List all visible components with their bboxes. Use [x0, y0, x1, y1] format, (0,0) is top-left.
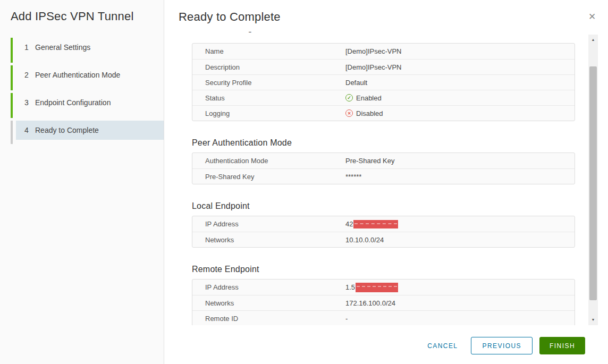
- step-label: Ready to Complete: [35, 126, 99, 134]
- vertical-scrollbar[interactable]: ▲ ▼: [588, 35, 598, 325]
- step-number: 4: [24, 126, 30, 134]
- close-icon[interactable]: ✕: [587, 12, 597, 22]
- section-heading-peer-authentication-mode: Peer Authentication Mode: [192, 138, 575, 148]
- row-label: IP Address: [192, 220, 345, 228]
- masked-key-value: ******: [345, 173, 361, 181]
- step-number: 1: [24, 43, 30, 52]
- row-label: Description: [192, 63, 345, 71]
- redaction-mark: [353, 220, 398, 228]
- wizard-footer: CANCEL PREVIOUS FINISH: [421, 337, 585, 354]
- row-label: Authentication Mode: [192, 157, 345, 165]
- status-text: Disabled: [356, 109, 383, 117]
- step-item-ready-to-complete[interactable]: 4 Ready to Complete: [0, 121, 164, 146]
- scroll-up-icon[interactable]: ▲: [588, 36, 598, 44]
- row-label: Remote ID: [192, 315, 345, 323]
- wizard-steps: 1 General Settings 2 Peer Authentication…: [0, 35, 164, 146]
- step-item-peer-authentication-mode[interactable]: 2 Peer Authentication Mode: [0, 65, 164, 90]
- step-number: 2: [24, 71, 30, 79]
- table-row: Authentication Mode Pre-Shared Key: [192, 153, 575, 168]
- previous-button[interactable]: PREVIOUS: [471, 337, 533, 354]
- row-value: Default: [345, 79, 367, 87]
- row-label: Networks: [192, 236, 345, 244]
- table-row: IP Address 42: [192, 216, 575, 232]
- general-settings-table: Name [Demo]IPsec-VPN Description [Demo]I…: [192, 43, 575, 121]
- wizard-sidebar: Add IPSec VPN Tunnel 1 General Settings …: [0, 0, 164, 364]
- row-label: IP Address: [192, 283, 345, 291]
- step-number: 3: [24, 98, 30, 107]
- step-label: Peer Authentication Mode: [35, 71, 120, 79]
- table-row: Pre-Shared Key ******: [192, 168, 575, 184]
- step-progress-bar: [11, 38, 13, 63]
- row-label: Logging: [192, 109, 345, 117]
- table-row: Security Profile Default: [192, 74, 575, 90]
- status-enabled-icon: ✓: [345, 94, 353, 101]
- table-row: Description [Demo]IPsec-VPN: [192, 59, 575, 74]
- table-row: Logging ✕ Disabled: [192, 105, 575, 121]
- section-heading-remote-endpoint: Remote Endpoint: [192, 265, 575, 274]
- scrollbar-thumb[interactable]: [589, 66, 597, 300]
- finish-button[interactable]: FINISH: [539, 337, 585, 354]
- row-label: Status: [192, 94, 345, 102]
- row-value: -: [345, 315, 348, 323]
- step-progress-bar: [11, 121, 13, 144]
- remote-endpoint-table: IP Address 1.5 Networks 172.16.100.0/24 …: [192, 279, 575, 325]
- table-row: Networks 10.10.0.0/24: [192, 232, 575, 247]
- row-value: 1.5: [345, 283, 398, 292]
- scroll-down-icon[interactable]: ▼: [588, 316, 598, 324]
- ip-address-text: 1.5: [345, 283, 355, 291]
- status-text: Enabled: [356, 94, 382, 102]
- cancel-button[interactable]: CANCEL: [421, 337, 464, 354]
- row-label: Networks: [192, 299, 345, 307]
- clipped-section-heading: General Settings: [192, 32, 575, 37]
- row-value: 42: [345, 220, 398, 228]
- step-progress-bar: [11, 65, 13, 90]
- row-value: Pre-Shared Key: [345, 157, 395, 165]
- table-row: Status ✓ Enabled: [192, 90, 575, 105]
- row-label: Pre-Shared Key: [192, 173, 345, 181]
- row-value: ✓ Enabled: [345, 94, 382, 102]
- table-row: IP Address 1.5: [192, 280, 575, 295]
- row-value: [Demo]IPsec-VPN: [345, 63, 401, 71]
- row-label: Security Profile: [192, 79, 345, 87]
- row-value: 10.10.0.0/24: [345, 236, 384, 244]
- wizard-title: Add IPSec VPN Tunnel: [11, 10, 133, 23]
- row-value: 172.16.100.0/24: [345, 299, 395, 307]
- step-label: General Settings: [35, 43, 90, 52]
- peer-authentication-table: Authentication Mode Pre-Shared Key Pre-S…: [192, 153, 575, 184]
- redaction-mark: [356, 283, 398, 292]
- step-item-general-settings[interactable]: 1 General Settings: [0, 38, 164, 63]
- table-row: Networks 172.16.100.0/24: [192, 295, 575, 310]
- step-label: Endpoint Configuration: [35, 98, 111, 107]
- section-heading-local-endpoint: Local Endpoint: [192, 201, 575, 211]
- ip-address-text: 42: [345, 220, 353, 228]
- main-panel: Ready to Complete ✕ General Settings Nam…: [165, 0, 608, 364]
- section-heading-general-settings: General Settings: [192, 32, 575, 33]
- table-row: Remote ID -: [192, 310, 575, 325]
- local-endpoint-table: IP Address 42 Networks 10.10.0.0/24: [192, 216, 575, 248]
- row-label: Name: [192, 47, 345, 55]
- row-value: ✕ Disabled: [345, 109, 383, 117]
- summary-scroll-area: General Settings Name [Demo]IPsec-VPN De…: [192, 32, 575, 325]
- status-disabled-icon: ✕: [345, 109, 353, 117]
- page-title: Ready to Complete: [179, 10, 281, 24]
- row-value: [Demo]IPsec-VPN: [345, 47, 401, 55]
- step-progress-bar: [11, 93, 13, 118]
- step-item-endpoint-configuration[interactable]: 3 Endpoint Configuration: [0, 93, 164, 118]
- table-row: Name [Demo]IPsec-VPN: [192, 44, 575, 59]
